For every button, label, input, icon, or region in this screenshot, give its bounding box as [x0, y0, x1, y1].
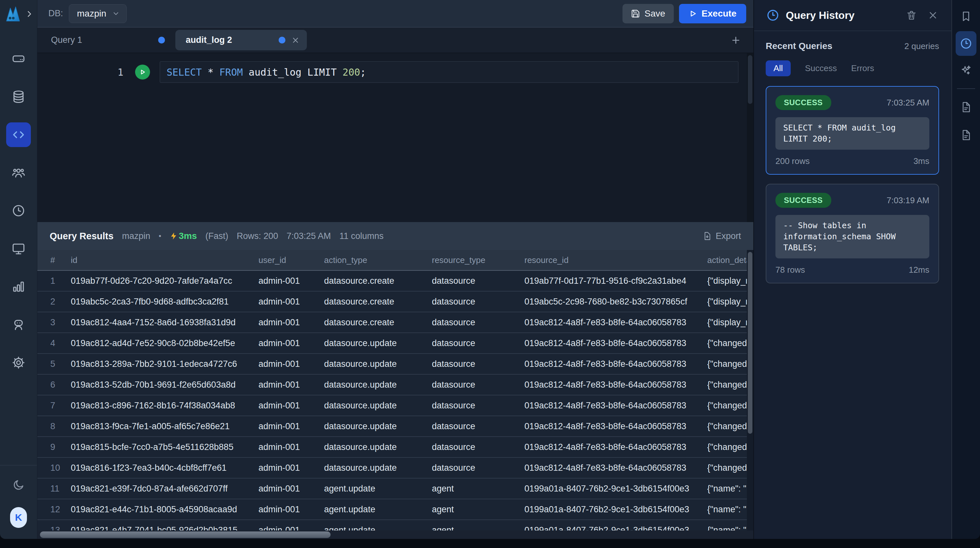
editor-scrollbar[interactable] — [747, 53, 753, 222]
sidebar-item-sql-editor[interactable] — [6, 122, 31, 147]
column-header[interactable]: action_type — [324, 250, 432, 270]
horizontal-scrollbar-thumb[interactable] — [40, 531, 331, 538]
column-header[interactable]: id — [71, 250, 258, 270]
sidebar-item-agents[interactable] — [6, 312, 31, 337]
filter-all[interactable]: All — [766, 60, 791, 76]
table-cell-id: 019ac821-e4b7-7041-bc05-926d2b0b3815 — [71, 520, 258, 531]
table-cell-id: 019ac821-e44c-71b1-8005-a45908acaa9d — [71, 499, 258, 519]
table-cell-action_type: datasource.update — [324, 354, 432, 374]
column-header[interactable]: user_id — [258, 250, 324, 270]
sidebar-item-analytics[interactable] — [6, 274, 31, 299]
export-button[interactable]: Export — [703, 231, 741, 241]
table-cell-num: 9 — [37, 437, 71, 457]
history-card[interactable]: SUCCESS 7:03:19 AM -- Show tables in inf… — [766, 184, 939, 283]
clock-icon — [960, 37, 972, 50]
table-row[interactable]: 9019ac815-bcfe-7cc0-a7b5-4e511628b885adm… — [37, 437, 753, 458]
sidebar-item-databases[interactable] — [6, 84, 31, 109]
query-sql-preview: -- Show tables in information_schema SHO… — [775, 215, 929, 259]
table-cell-action_detail: {"name": " — [707, 499, 753, 519]
sidebar-expand-icon[interactable] — [25, 10, 33, 18]
tab-close-button[interactable] — [291, 36, 300, 44]
document-button-2[interactable] — [956, 125, 977, 145]
table-cell-action_type: datasource.update — [324, 437, 432, 457]
sidebar-item-users[interactable] — [6, 160, 31, 185]
database-icon — [12, 90, 25, 103]
save-button[interactable]: Save — [622, 4, 674, 23]
table-row[interactable]: 5019ac813-289a-7bb2-9101-1edeca4727c6adm… — [37, 354, 753, 375]
table-row[interactable]: 1019ab77f-0d26-7c20-9d20-7afde7a4a7ccadm… — [37, 271, 753, 292]
close-icon — [291, 36, 300, 44]
table-row[interactable]: 13019ac821-e4b7-7041-bc05-926d2b0b3815ad… — [37, 520, 753, 531]
bookmarks-button[interactable] — [956, 6, 977, 27]
table-row[interactable]: 10019ac816-1f23-7ea3-b40c-4cbf8cff7e61ad… — [37, 458, 753, 478]
execute-button[interactable]: Execute — [679, 4, 746, 23]
history-card[interactable]: SUCCESS 7:03:25 AM SELECT * FROM audit_l… — [766, 86, 939, 175]
ai-assistant-button[interactable] — [956, 60, 977, 81]
table-cell-user_id: admin-001 — [258, 354, 324, 374]
table-cell-resource_id: 0199a01a-8407-76b2-9ce1-3db6154f00e3 — [524, 520, 707, 531]
results-duration: 3ms — [170, 231, 197, 241]
table-row[interactable]: 4019ac812-ad4d-7e52-90c8-02b8be42ef5eadm… — [37, 333, 753, 354]
table-row[interactable]: 6019ac813-52db-70b1-9691-f2e65d603a8dadm… — [37, 375, 753, 396]
column-header[interactable]: resource_type — [432, 250, 524, 270]
database-selector[interactable]: mazpin — [69, 4, 127, 23]
sidebar-item-history[interactable] — [6, 199, 31, 223]
clock-icon — [12, 204, 25, 218]
tab-audit-log-2[interactable]: audit_log 2 — [175, 30, 307, 50]
sql-token: SELECT — [167, 67, 202, 78]
column-header[interactable]: # — [37, 250, 71, 270]
table-cell-action_type: agent.update — [324, 499, 432, 519]
filter-success[interactable]: Success — [805, 63, 837, 73]
sql-token: ; — [360, 67, 366, 78]
table-body: 1019ab77f-0d26-7c20-9d20-7afde7a4a7ccadm… — [37, 271, 753, 531]
table-scrollbar-thumb[interactable] — [748, 252, 752, 434]
column-header[interactable]: resource_id — [524, 250, 707, 270]
page: K DB: mazpin Save Execute — [0, 0, 980, 548]
results-speed: (Fast) — [205, 231, 228, 241]
table-cell-resource_type: agent — [432, 499, 524, 519]
main-area: DB: mazpin Save Execute Query 1 — [37, 0, 753, 539]
table-cell-user_id: admin-001 — [258, 478, 324, 499]
table-cell-user_id: admin-001 — [258, 499, 324, 519]
table-row[interactable]: 8019ac813-f9ca-7fe1-a005-af65c7e86e21adm… — [37, 416, 753, 437]
table-cell-action_type: datasource.update — [324, 375, 432, 395]
table-row[interactable]: 7019ac813-c896-7162-8b16-74f38a034ab8adm… — [37, 396, 753, 416]
sidebar-item-monitor[interactable] — [6, 236, 31, 261]
file-text-icon — [960, 101, 972, 113]
sidebar-item-connections[interactable] — [6, 46, 31, 71]
table-row[interactable]: 2019abc5c-2ca3-7fb0-9d68-adfbc3ca2f81adm… — [37, 292, 753, 312]
table-row[interactable]: 12019ac821-e44c-71b1-8005-a45908acaa9dad… — [37, 499, 753, 520]
sql-line-code[interactable]: SELECT * FROM audit_log LIMIT 200; — [160, 61, 738, 83]
tab-query-1[interactable]: Query 1 — [41, 30, 172, 50]
save-icon — [631, 9, 640, 18]
table-cell-resource_type: datasource — [432, 437, 524, 457]
close-panel-button[interactable] — [926, 8, 940, 23]
table-cell-resource_type: datasource — [432, 312, 524, 332]
column-header[interactable]: action_deta — [707, 250, 753, 270]
sidebar-item-settings[interactable] — [6, 350, 31, 375]
left-sidebar: K — [0, 0, 37, 539]
filter-errors[interactable]: Errors — [851, 63, 874, 73]
sql-editor[interactable]: 1 SELECT * FROM audit_log LIMIT 200; — [37, 53, 753, 222]
run-line-button[interactable] — [135, 65, 150, 79]
new-tab-button[interactable] — [730, 35, 741, 46]
avatar[interactable]: K — [10, 507, 27, 528]
table-row[interactable]: 3019ac812-4aa4-7152-8a6d-16938fa31d9dadm… — [37, 312, 753, 333]
history-rail-button[interactable] — [956, 31, 977, 56]
play-icon — [689, 10, 697, 18]
table-vertical-scrollbar[interactable] — [747, 250, 753, 531]
table-row[interactable]: 11019ac821-e39f-7dc0-87a4-afe662d707ffad… — [37, 478, 753, 499]
table-cell-user_id: admin-001 — [258, 520, 324, 531]
table-cell-num: 12 — [37, 499, 71, 519]
table-cell-action_type: agent.update — [324, 520, 432, 531]
table-cell-action_type: datasource.update — [324, 458, 432, 478]
document-button-1[interactable] — [956, 97, 977, 118]
unsaved-dot-icon — [158, 37, 165, 43]
dark-mode-toggle[interactable] — [12, 478, 25, 491]
editor-scrollbar-thumb[interactable] — [748, 55, 752, 104]
clear-history-button[interactable] — [904, 8, 919, 23]
table-cell-id: 019ac821-e39f-7dc0-87a4-afe662d707ff — [71, 478, 258, 499]
table-horizontal-scrollbar[interactable] — [37, 531, 753, 539]
moon-icon — [12, 478, 25, 491]
table-cell-resource_id: 019ac812-4a8f-7e83-b8fe-64ac06058783 — [524, 375, 707, 395]
